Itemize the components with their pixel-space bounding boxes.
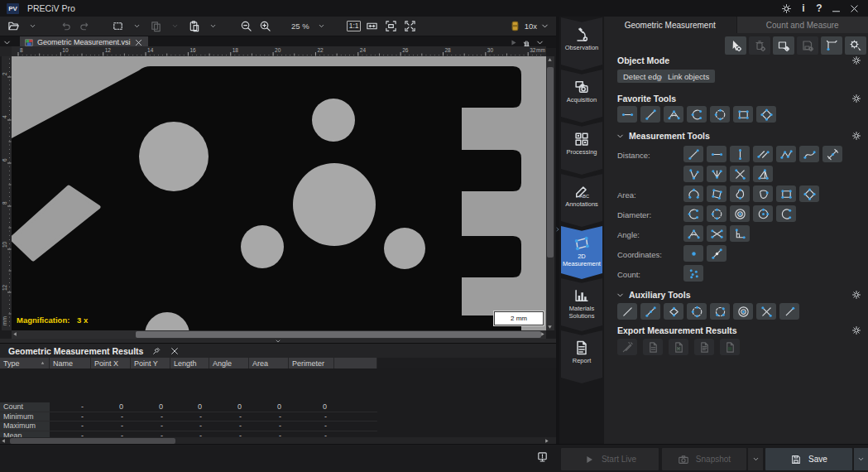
freeform-area-tool-button[interactable] (753, 185, 773, 202)
tab-list-button[interactable] (2, 38, 12, 47)
snapshot-button[interactable]: Snapshot (662, 448, 746, 470)
gear-icon[interactable] (851, 94, 861, 104)
rectangle-tool-button[interactable] (733, 106, 753, 123)
fit-width-button[interactable] (363, 18, 380, 35)
copy-button[interactable] (147, 18, 164, 35)
thin-line-tool-button[interactable] (779, 303, 799, 320)
gear-icon[interactable] (851, 325, 861, 335)
tab-geometric-measurement[interactable]: Geometric Measurement (604, 17, 736, 33)
play-small-icon[interactable] (509, 38, 518, 47)
corner-measure-tool-button[interactable] (821, 36, 842, 55)
cursor-settings-tool-button[interactable] (845, 36, 866, 55)
sidebar-item-acquisition[interactable]: Acquisition (561, 70, 602, 123)
save-button[interactable]: Save (765, 448, 852, 470)
paste-dropdown[interactable] (204, 18, 221, 35)
fit-selection-button[interactable] (382, 18, 399, 35)
dashed-circle-points-tool-button[interactable] (710, 303, 730, 320)
point-to-line-tool-button[interactable] (683, 166, 703, 182)
close-tab-icon[interactable] (134, 38, 143, 47)
scroll-left-icon[interactable] (12, 331, 18, 337)
line-horizontal-tool-button[interactable] (617, 106, 637, 123)
export-image-tool-button[interactable] (773, 36, 794, 55)
circle-dashed-tool-button[interactable] (710, 106, 730, 123)
sidebar-item-materials-solutions[interactable]: Materials Solutions (561, 278, 602, 331)
results-panel-toggle[interactable] (536, 450, 549, 463)
crossing-lines-tool-button[interactable] (756, 303, 776, 320)
scroll-up-icon[interactable] (547, 57, 553, 63)
parallel-lines-tool-button[interactable] (753, 146, 773, 162)
perpendicular-lines-tool-button[interactable] (707, 166, 727, 182)
actual-size-button[interactable]: 1:1 (347, 21, 362, 31)
undo-button[interactable] (57, 18, 74, 35)
save-dropdown[interactable] (853, 448, 868, 470)
minimize-button[interactable] (831, 3, 842, 14)
fullscreen-button[interactable] (401, 18, 418, 35)
open-file-dropdown[interactable] (24, 18, 41, 35)
zoom-out-button[interactable] (237, 18, 254, 35)
zoom-level-dropdown[interactable] (314, 18, 330, 35)
gear-icon[interactable] (851, 290, 861, 300)
gear-icon[interactable] (851, 55, 861, 65)
scroll-right-icon[interactable] (544, 438, 549, 444)
chevron-down-icon[interactable] (616, 291, 625, 300)
column-header-angle[interactable]: Angle (209, 358, 249, 368)
column-header-type[interactable]: Type (0, 358, 50, 368)
circle-dashed-tool-button[interactable] (687, 303, 707, 320)
column-header-point-x[interactable]: Point X (91, 358, 131, 368)
column-header-perimeter[interactable]: Perimeter (289, 358, 334, 368)
vertical-scrollbar[interactable] (546, 56, 554, 330)
concentric-circles-tool-button[interactable] (730, 205, 750, 222)
crossing-lines-tool-button[interactable] (730, 166, 750, 182)
arc-circle-tool-button[interactable] (776, 205, 796, 222)
info-button[interactable]: i (799, 2, 808, 14)
column-header-name[interactable]: Name (50, 358, 91, 368)
sidebar-item-annotations[interactable]: ABC Annotations (561, 174, 602, 227)
angle-3pt-tool-button[interactable] (664, 106, 683, 123)
pan-tool-dropdown[interactable] (535, 38, 544, 47)
sidebar-item-processing[interactable]: Processing (561, 122, 602, 175)
angle-4pt-tool-button[interactable] (707, 225, 727, 242)
settings-gear-icon[interactable] (781, 3, 792, 14)
angle-3pt-tool-button[interactable] (683, 225, 703, 242)
select-cursor-tool-button[interactable] (725, 36, 746, 55)
zoom-in-button[interactable] (257, 18, 273, 35)
close-button[interactable] (849, 3, 860, 14)
line-horizontal-tool-button[interactable] (707, 146, 727, 162)
arc-area-tool-button[interactable] (683, 185, 703, 202)
point-on-line-tool-button[interactable] (707, 245, 727, 262)
sidebar-item-2d-measurement[interactable]: 2D Measurement (561, 226, 602, 279)
line-diagonal-tool-button[interactable] (640, 106, 660, 123)
copy-dropdown[interactable] (166, 18, 183, 35)
pan-hand-icon[interactable] (522, 38, 531, 47)
select-dropdown[interactable] (128, 18, 145, 35)
gear-icon[interactable] (851, 131, 861, 141)
chevron-down-icon[interactable] (616, 132, 625, 141)
vertical-scroll-thumb[interactable] (547, 67, 554, 258)
point-tool-button[interactable] (683, 245, 703, 262)
redo-button[interactable] (76, 18, 93, 35)
curve-polyline-tool-button[interactable] (799, 146, 819, 162)
column-header-point-y[interactable]: Point Y (131, 358, 170, 368)
marquee-select-button[interactable] (109, 18, 126, 35)
circle-3pt-tool-button[interactable] (683, 205, 703, 222)
scroll-left-icon[interactable] (1, 438, 7, 444)
zoom-level-value[interactable]: 25 % (290, 22, 311, 31)
start-live-button[interactable]: Start Live (561, 448, 659, 470)
scroll-down-icon[interactable] (547, 324, 553, 330)
triangle-height-tool-button[interactable] (753, 166, 773, 182)
paste-button[interactable] (185, 18, 202, 35)
objective-selector[interactable]: 10x (509, 17, 549, 34)
image-viewport[interactable]: Magnification: 3 x 2 mm (12, 56, 546, 330)
spline-area-tool-button[interactable] (730, 185, 750, 202)
caliper-line-tool-button[interactable] (822, 146, 842, 162)
measure-line-points-tool-button[interactable] (640, 303, 660, 320)
circle-dashed-tool-button[interactable] (707, 205, 727, 222)
pin-icon[interactable] (151, 346, 161, 356)
circle-center-tool-button[interactable] (753, 205, 773, 222)
rectangle-tool-button[interactable] (776, 185, 796, 202)
rotated-rect-small-tool-button[interactable] (664, 303, 683, 320)
column-header-area[interactable]: Area (249, 358, 289, 368)
tab-count-and-measure[interactable]: Count and Measure (736, 17, 868, 33)
circle-3pt-tool-button[interactable] (687, 106, 707, 123)
results-scroll-thumb[interactable] (10, 438, 175, 444)
